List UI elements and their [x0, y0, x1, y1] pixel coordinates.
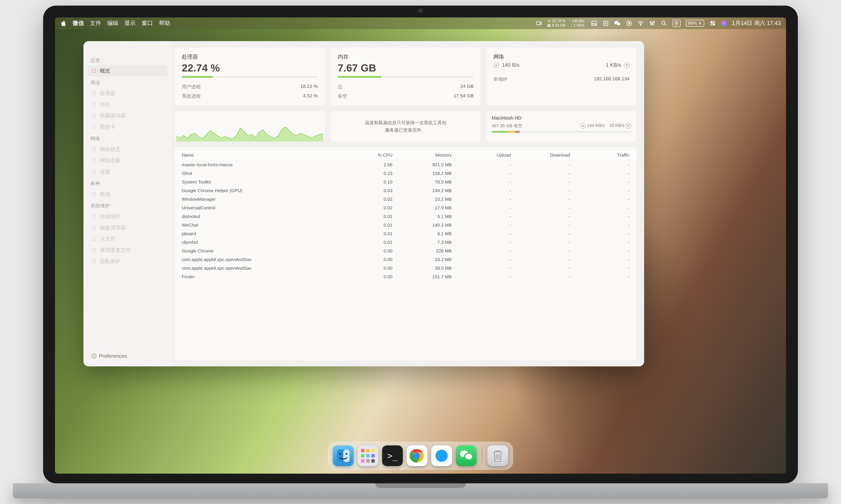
disk-card: Macintosh HD 467.35 GB 有空 144 KB/s 33 KB… [486, 111, 636, 142]
sidebar-item-net-status[interactable]: 网络状态 [88, 144, 168, 155]
th-memory[interactable]: Memory [393, 152, 452, 158]
sidebar-item-drive[interactable]: 电脑驱动器 [88, 110, 168, 121]
sidebar-item-broom[interactable]: 磁盘清理器 [88, 222, 168, 233]
table-row[interactable]: WindowManager0.0223.2 MB--- [175, 195, 636, 203]
th-upload[interactable]: Upload [452, 152, 511, 158]
dock-safari[interactable] [431, 446, 452, 466]
sidebar-section-title: 各种 [88, 177, 168, 188]
menubar-item-view[interactable]: 显示 [124, 19, 136, 27]
charging-icon [699, 21, 702, 25]
menubar-datetime[interactable]: 1月14日 周六 17:43 [732, 19, 781, 27]
sidebar-item-connection[interactable]: 连接 [88, 166, 168, 177]
table-row[interactable]: WeChat0.01140.2 MB--- [175, 221, 636, 229]
th-name[interactable]: Name [182, 152, 340, 158]
battery-indicator[interactable]: 96% [686, 20, 704, 27]
sidebar-item-label: 电脑驱动器 [100, 112, 126, 119]
content-area: 处理器 22.74 % 用户进程18.22 % 系统进程4.52 % 内存 7.… [172, 41, 644, 366]
cpu-icon [91, 90, 97, 96]
svg-rect-16 [92, 103, 96, 106]
menubar-net-up: 140 B/s [572, 19, 584, 23]
sidebar-item-label: 查找重复文件 [100, 247, 131, 253]
dock-trash[interactable] [487, 446, 508, 466]
screenshot-icon[interactable] [602, 20, 609, 26]
menubar-app-name[interactable]: 微信 [73, 19, 84, 27]
svg-point-3 [605, 22, 606, 24]
table-row[interactable]: Finder0.00151.7 MB--- [175, 272, 636, 281]
preferences-button[interactable]: Preferences [88, 350, 168, 362]
gpu-icon [91, 124, 97, 130]
now-playing-icon[interactable] [626, 20, 632, 26]
control-center-icon[interactable] [709, 20, 716, 26]
sidebar-item-cpu[interactable]: 处理器 [88, 88, 168, 99]
spotlight-icon[interactable] [661, 20, 667, 26]
apple-menu-icon[interactable] [60, 20, 67, 26]
svg-point-32 [339, 453, 341, 455]
memory-icon [91, 102, 97, 107]
menubar-item-help[interactable]: 帮助 [159, 19, 170, 27]
table-row[interactable]: com.apple.appkit.xpc.openAndSav0.0028.5 … [175, 264, 636, 272]
ishot-icon[interactable] [591, 20, 597, 26]
dock-wechat[interactable] [456, 446, 477, 466]
svg-point-7 [652, 23, 653, 24]
table-row[interactable]: Google Chrome Helper (GPU)0.03249.2 MB--… [175, 186, 636, 195]
disk-bar [492, 131, 631, 133]
net-ip-label: 本地IP [493, 76, 508, 83]
network-card: 网络 140 B/s 1 KB/s 本地IP192.168.168.134 [486, 48, 636, 106]
sidebar-item-dup[interactable]: 查找重复文件 [88, 245, 168, 256]
dock-launchpad[interactable] [358, 446, 378, 466]
gear-icon [92, 354, 97, 358]
th-download[interactable]: Download [511, 152, 570, 158]
net-ip-value: 192.168.168.134 [594, 76, 630, 83]
table-row[interactable]: com.apple.appkit.xpc.openAndSav0.0033.2 … [175, 255, 636, 264]
network-card-title: 网络 [493, 53, 630, 60]
sidebar-item-clock[interactable]: 快速维护 [88, 211, 168, 222]
dock-chrome[interactable] [407, 446, 427, 466]
menubar-item-edit[interactable]: 编辑 [107, 19, 118, 27]
sidebar-item-memory[interactable]: 内存 [88, 99, 168, 110]
sidebar-item-label: 隐私保护 [100, 258, 121, 265]
table-row[interactable]: pboard0.016.1 MB--- [175, 229, 636, 238]
svg-rect-22 [92, 192, 96, 196]
disk-write-icon [625, 123, 631, 129]
sidebar-item-grid[interactable]: 概览 [88, 65, 168, 76]
table-row[interactable]: UniversalControl0.0217.9 MB--- [175, 203, 636, 212]
menubar-item-file[interactable]: 文件 [90, 19, 101, 27]
svg-point-6 [650, 22, 651, 23]
connection-icon [91, 169, 97, 175]
screen-record-icon[interactable] [536, 20, 542, 26]
svg-rect-15 [92, 92, 96, 95]
sidebar-item-gpu[interactable]: 图形卡 [88, 121, 168, 132]
sidebar-item-battery[interactable]: 电池 [88, 188, 168, 200]
wechat-menubar-icon[interactable] [614, 20, 621, 26]
input-method[interactable]: 拼 [672, 20, 681, 27]
shield-icon [91, 258, 97, 264]
cpu-row-sys-value: 4.52 % [303, 93, 318, 100]
table-row[interactable]: Google Chrome0.00228 MB--- [175, 247, 636, 255]
svg-rect-31 [343, 450, 349, 462]
sidebar-item-label: 快速维护 [100, 213, 121, 220]
menubar-system-stats[interactable]: ⊙22.74 % ▦8.23 GB ↑140 B/s ↓1 KB/s [547, 19, 585, 28]
siri-icon[interactable] [721, 20, 727, 26]
drive-icon [91, 113, 97, 119]
table-row[interactable]: System Toolkit0.1078.5 MB--- [175, 178, 636, 186]
sidebar-item-shield[interactable]: 隐私保护 [88, 256, 168, 267]
th-traffic[interactable]: Traffic [570, 152, 630, 158]
bigfile-icon [91, 236, 97, 242]
menubar-item-window[interactable]: 窗口 [142, 19, 153, 27]
disk-write: 33 KB/s [609, 123, 624, 128]
table-row[interactable]: distnoted0.015.1 MB--- [175, 212, 636, 221]
wifi-icon[interactable] [637, 20, 644, 26]
table-row[interactable]: iShot0.23158.2 MB--- [175, 169, 636, 178]
svg-rect-20 [92, 159, 96, 162]
cpu-chart [175, 111, 325, 142]
th-cpu[interactable]: % CPU [340, 152, 393, 158]
sliders-icon[interactable] [649, 20, 655, 26]
cpu-card: 处理器 22.74 % 用户进程18.22 % 系统进程4.52 % [175, 48, 325, 106]
table-row[interactable]: cfprefsd0.017.3 MB--- [175, 238, 636, 247]
table-row[interactable]: master-local-fonts-macos2.66921.5 MB--- [175, 160, 636, 169]
dock-finder[interactable] [333, 446, 354, 466]
sidebar-item-bigfile[interactable]: 大文件 [88, 233, 168, 245]
dock-terminal[interactable]: >_ [382, 446, 403, 466]
disk-read: 144 KB/s [587, 123, 604, 128]
sidebar-item-net-traffic[interactable]: 网络流量 [88, 155, 168, 166]
